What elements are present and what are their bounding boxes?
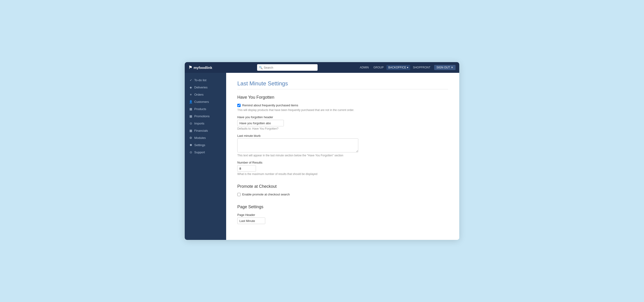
browser-window: ⚑ myfoodlink 🔍 ADMIN GROUP BACKOFFICE ▾ … [185, 62, 459, 240]
results-input[interactable] [237, 165, 256, 172]
nav-links: ADMIN GROUP BACKOFFICE ▾ SHOPFRONT SIGN … [358, 65, 456, 70]
modules-icon: ⚙ [189, 136, 193, 140]
sidebar-label-todo: To-do list [194, 78, 206, 82]
signout-label: SIGN OUT [436, 66, 450, 69]
header-label: Have you forgotten header [237, 116, 448, 119]
sidebar-label-financials: Financials [194, 129, 208, 132]
support-icon: ⊙ [189, 150, 193, 154]
sidebar-item-imports[interactable]: ⊙ Imports [185, 120, 226, 127]
sidebar-label-support: Support [194, 150, 205, 154]
promotions-icon: ▦ [189, 114, 193, 118]
blurb-label: Last minute blurb [237, 134, 448, 138]
sidebar-item-promotions[interactable]: ▦ Promotions [185, 112, 226, 120]
deliveries-icon: ◈ [189, 86, 193, 89]
blurb-group: Last minute blurb This text will appear … [237, 134, 448, 157]
sidebar-label-deliveries: Deliveries [194, 86, 208, 89]
checkbox-group-promote: Enable promote at checkout search [237, 193, 448, 196]
promote-checkout-title: Promote at Checkout [237, 184, 448, 189]
page-header-label: Page Header [237, 213, 448, 216]
results-label: Number of Results [237, 161, 448, 164]
page-header-group: Page Header [237, 213, 448, 224]
promote-checkbox-label: Enable promote at checkout search [242, 193, 290, 196]
customers-icon: 👤 [189, 100, 193, 104]
sidebar-item-orders[interactable]: ≡ Orders [185, 91, 226, 98]
sidebar-label-settings: Settings [194, 143, 205, 147]
page-title: Last Minute Settings [237, 80, 448, 87]
content-area: Last Minute Settings Have You Forgotten … [226, 73, 459, 240]
remind-hint: This will display products that have bee… [237, 108, 448, 112]
search-bar-wrap: 🔍 [217, 64, 358, 71]
check-icon: ✓ [189, 78, 193, 82]
checkbox-row-frequently: Remind about frequently purchased items [237, 104, 448, 107]
search-icon: 🔍 [259, 66, 263, 69]
financials-icon: ▦ [189, 129, 193, 132]
remind-checkbox[interactable] [237, 104, 240, 107]
sidebar-label-customers: Customers [194, 100, 209, 104]
results-hint: What is the maximum number of results th… [237, 172, 448, 176]
header-input[interactable] [237, 120, 284, 126]
sidebar-label-promotions: Promotions [194, 114, 210, 118]
promote-checkbox[interactable] [237, 193, 240, 196]
sidebar-item-support[interactable]: ⊙ Support [185, 149, 226, 156]
logo-text: myfoodlink [194, 66, 212, 70]
checkbox-row-promote: Enable promote at checkout search [237, 193, 448, 196]
header-group: Have you forgotten header Defaults to: H… [237, 116, 448, 130]
settings-icon: ✱ [189, 143, 193, 147]
page-header-input[interactable] [237, 218, 265, 224]
checkbox-group-frequently: Remind about frequently purchased items … [237, 104, 448, 112]
sidebar-item-settings[interactable]: ✱ Settings [185, 142, 226, 149]
top-nav: ⚑ myfoodlink 🔍 ADMIN GROUP BACKOFFICE ▾ … [185, 62, 459, 73]
products-icon: ▦ [189, 107, 193, 111]
logo: ⚑ myfoodlink [188, 65, 212, 70]
page-settings-title: Page Settings [237, 204, 448, 210]
page-settings-section: Page Settings Page Header [237, 204, 448, 224]
nav-group[interactable]: GROUP [372, 65, 386, 70]
nav-backoffice[interactable]: BACKOFFICE ▾ [386, 65, 410, 70]
blurb-textarea[interactable] [237, 138, 358, 152]
close-icon: ✕ [451, 66, 453, 69]
sidebar-item-deliveries[interactable]: ◈ Deliveries [185, 84, 226, 91]
blurb-hint: This text will appear in the last minute… [237, 154, 448, 157]
sidebar-item-financials[interactable]: ▦ Financials [185, 127, 226, 134]
sidebar: ✓ To-do list ◈ Deliveries ≡ Orders 👤 Cus… [185, 73, 226, 240]
results-group: Number of Results What is the maximum nu… [237, 161, 448, 176]
sidebar-item-products[interactable]: ▦ Products [185, 106, 226, 112]
orders-icon: ≡ [189, 93, 193, 96]
sidebar-item-todo[interactable]: ✓ To-do list [185, 76, 226, 84]
search-input[interactable] [257, 64, 318, 71]
sidebar-label-imports: Imports [194, 122, 204, 125]
sidebar-item-customers[interactable]: 👤 Customers [185, 98, 226, 106]
imports-icon: ⊙ [189, 122, 193, 125]
dropdown-icon: ▾ [407, 66, 408, 69]
nav-backoffice-label: BACKOFFICE [388, 66, 406, 69]
title-divider [237, 89, 448, 89]
logo-icon: ⚑ [188, 65, 192, 70]
sidebar-label-orders: Orders [194, 93, 204, 96]
promote-checkout-section: Promote at Checkout Enable promote at ch… [237, 184, 448, 196]
remind-checkbox-label: Remind about frequently purchased items [242, 104, 298, 107]
have-you-forgotten-section: Have You Forgotten Remind about frequent… [237, 95, 448, 176]
header-default-hint: Defaults to: Have You Forgotten? [237, 127, 448, 130]
have-you-forgotten-title: Have You Forgotten [237, 95, 448, 100]
signout-button[interactable]: SIGN OUT ✕ [434, 65, 456, 70]
main-layout: ✓ To-do list ◈ Deliveries ≡ Orders 👤 Cus… [185, 73, 459, 240]
nav-admin[interactable]: ADMIN [358, 65, 371, 70]
search-wrap: 🔍 [257, 64, 318, 71]
sidebar-label-modules: Modules [194, 136, 206, 140]
nav-shopfront[interactable]: SHOPFRONT [411, 65, 432, 70]
sidebar-item-modules[interactable]: ⚙ Modules [185, 134, 226, 142]
sidebar-label-products: Products [194, 107, 206, 111]
